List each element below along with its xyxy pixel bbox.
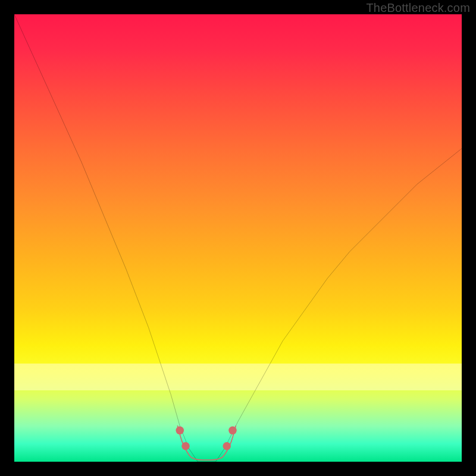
marker-dot-left-1: [176, 427, 184, 435]
chart-frame: TheBottleneck.com: [0, 0, 476, 476]
marker-dot-left-2: [181, 442, 190, 450]
marker-dot-right-1: [223, 442, 231, 450]
curve-layer: [14, 14, 462, 462]
plot-area: [14, 14, 462, 462]
watermark-text: TheBottleneck.com: [366, 1, 470, 15]
marker-dot-right-2: [228, 427, 237, 435]
bottleneck-curve: [14, 14, 462, 462]
